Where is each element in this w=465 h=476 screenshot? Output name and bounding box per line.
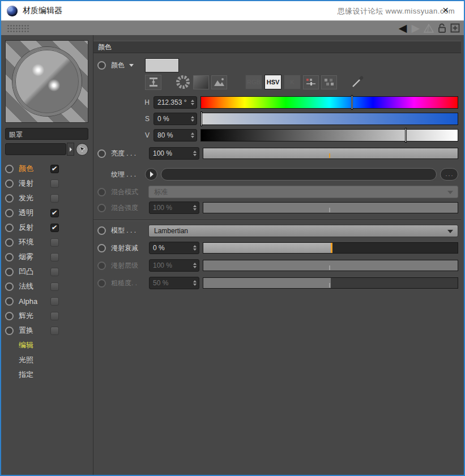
gradient-spectrum-button[interactable] xyxy=(193,75,209,89)
value-value-field[interactable]: 80 % xyxy=(153,129,197,141)
close-icon[interactable]: × xyxy=(442,5,449,16)
channel-label: 凹凸 xyxy=(19,267,48,277)
brightness-value-field[interactable]: 100 % xyxy=(149,147,199,160)
diffuse-falloff-slider[interactable] xyxy=(203,242,458,254)
mix-strength-radio xyxy=(97,204,106,212)
channel-checkbox[interactable] xyxy=(50,253,59,261)
expand-button[interactable] xyxy=(67,143,74,156)
render-preview-button[interactable] xyxy=(424,24,434,33)
channel-radio[interactable] xyxy=(5,327,14,335)
channel-item-color[interactable]: 颜色 ✔ xyxy=(5,161,89,176)
channel-radio[interactable] xyxy=(5,224,14,232)
hue-slider-marker[interactable] xyxy=(351,95,353,110)
preview-shader-field[interactable] xyxy=(5,143,66,155)
channel-item-environment[interactable]: 环境 xyxy=(5,235,89,250)
hue-stepper[interactable] xyxy=(191,100,194,105)
value-slider[interactable] xyxy=(200,129,458,141)
diffuse-falloff-stepper[interactable] xyxy=(193,245,197,251)
swatches-button[interactable] xyxy=(321,75,337,89)
channel-checkbox[interactable]: ✔ xyxy=(50,165,59,173)
channel-item-reflectance[interactable]: 反射 ✔ xyxy=(5,220,89,235)
brightness-slider[interactable] xyxy=(203,148,458,159)
channel-radio[interactable] xyxy=(5,297,14,306)
eyedropper-button[interactable] xyxy=(349,75,365,89)
image-picker-button[interactable] xyxy=(211,75,227,89)
drag-grip-handle[interactable] xyxy=(6,24,29,32)
pick-button[interactable] xyxy=(76,143,88,156)
mix-strength-default-tick xyxy=(329,208,330,212)
mode-item-assign[interactable]: 指定 xyxy=(5,367,89,382)
channel-item-displacement[interactable]: 置换 xyxy=(5,323,89,338)
lock-button[interactable] xyxy=(438,23,446,33)
channel-item-fog[interactable]: 烟雾 xyxy=(5,250,89,264)
channel-item-bump[interactable]: 凹凸 xyxy=(5,264,89,279)
channel-item-alpha[interactable]: Alpha xyxy=(5,294,89,308)
brightness-stepper[interactable] xyxy=(193,151,197,156)
channel-label: 反射 xyxy=(19,222,48,233)
texture-path-field[interactable] xyxy=(161,168,437,181)
rgb-mode-button[interactable]: RGB xyxy=(245,75,262,89)
hue-value: 212.353 ° xyxy=(157,98,187,106)
channel-radio[interactable] xyxy=(5,268,14,276)
channel-item-normal[interactable]: 法线 xyxy=(5,279,89,294)
channel-radio[interactable] xyxy=(5,179,14,188)
hsv-mode-button[interactable]: HSV xyxy=(265,75,281,89)
k-mode-button[interactable]: K xyxy=(284,75,301,89)
hue-value-field[interactable]: 212.353 ° xyxy=(153,96,197,109)
mode-item-edit[interactable]: 编辑 xyxy=(5,338,89,353)
channel-radio[interactable] xyxy=(5,282,14,291)
channel-checkbox[interactable] xyxy=(50,327,59,335)
channel-checkbox[interactable]: ✔ xyxy=(50,224,59,232)
material-name-input[interactable]: 眼罩 xyxy=(5,128,88,140)
compact-layout-button[interactable] xyxy=(145,75,161,90)
channel-checkbox[interactable]: ✔ xyxy=(50,209,59,217)
color-swatch[interactable] xyxy=(145,58,179,72)
channel-checkbox[interactable] xyxy=(50,268,59,276)
channel-item-diffuse[interactable]: 漫射 xyxy=(5,176,89,191)
color-wheel-button[interactable] xyxy=(175,75,191,89)
value-slider-marker[interactable] xyxy=(405,128,407,143)
value-stepper[interactable] xyxy=(191,132,194,138)
channel-checkbox[interactable] xyxy=(50,312,59,320)
saturation-slider-marker[interactable] xyxy=(200,112,202,126)
history-forward-button[interactable]: ▶ xyxy=(411,23,420,34)
channel-radio[interactable] xyxy=(5,194,14,203)
title-bar[interactable]: 材质编辑器 思缘设计论坛 www.missyuan.com × xyxy=(1,1,464,20)
new-window-button[interactable] xyxy=(450,23,460,33)
channel-checkbox[interactable] xyxy=(50,194,59,203)
texture-browse-button[interactable]: . . . xyxy=(440,168,458,181)
diffuse-falloff-radio[interactable] xyxy=(97,244,106,252)
channel-checkbox[interactable] xyxy=(50,179,59,188)
saturation-stepper[interactable] xyxy=(191,116,194,122)
channel-item-transparency[interactable]: 透明 ✔ xyxy=(5,205,89,220)
channel-radio[interactable] xyxy=(5,209,14,217)
channel-radio[interactable] xyxy=(5,165,14,173)
diffuse-falloff-value-field[interactable]: 0 % xyxy=(149,242,199,254)
channel-radio[interactable] xyxy=(5,253,14,261)
channel-radio[interactable] xyxy=(5,238,14,247)
hue-slider[interactable] xyxy=(200,96,458,109)
channel-item-glow[interactable]: 辉光 xyxy=(5,308,89,323)
channel-checkbox[interactable] xyxy=(50,282,59,291)
history-back-button[interactable]: ◀ xyxy=(399,23,407,34)
mode-item-illumination[interactable]: 光照 xyxy=(5,353,89,367)
channel-checkbox[interactable] xyxy=(50,297,59,306)
texture-expand-button[interactable] xyxy=(145,168,157,181)
brightness-radio[interactable] xyxy=(97,149,106,158)
material-preview[interactable] xyxy=(5,40,88,123)
model-dropdown[interactable]: Lambertian xyxy=(148,225,458,237)
saturation-slider[interactable] xyxy=(200,113,458,125)
channel-radio[interactable] xyxy=(5,312,14,320)
saturation-value-field[interactable]: 0 % xyxy=(153,113,197,125)
channel-checkbox[interactable] xyxy=(50,238,59,247)
model-label: 模型 . . . xyxy=(111,226,136,235)
chevron-down-icon[interactable] xyxy=(129,64,134,67)
saturation-value: 0 % xyxy=(157,115,169,123)
color-mixer-button[interactable] xyxy=(303,75,319,89)
model-radio[interactable] xyxy=(97,226,106,235)
cursor-arrow-icon xyxy=(79,145,86,153)
diffuse-falloff-handle[interactable] xyxy=(331,243,332,253)
watermark-text: 思缘设计论坛 www.missyuan.com xyxy=(338,6,455,16)
color-param-radio[interactable] xyxy=(97,61,106,70)
channel-item-luminance[interactable]: 发光 xyxy=(5,191,89,205)
